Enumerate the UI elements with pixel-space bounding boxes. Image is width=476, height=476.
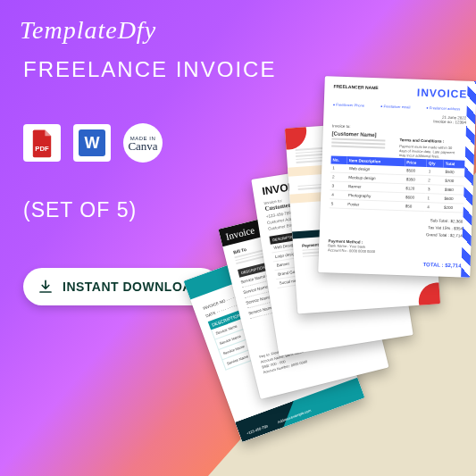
set-count: (SET OF 5) [23, 198, 137, 222]
template-preview-5: FREELANCER NAME INVOICE ● Freelancer Pho… [318, 76, 476, 278]
format-icons: PDF W MADE IN Canva [23, 123, 163, 163]
word-icon: W [73, 124, 111, 162]
svg-text:PDF: PDF [35, 145, 49, 153]
page-title: FREELANCE INVOICE [23, 57, 276, 82]
download-icon [38, 279, 54, 295]
promo-card: TemplateDfy FREELANCE INVOICE PDF W MADE… [0, 0, 476, 476]
brand-logo: TemplateDfy [20, 16, 156, 45]
pdf-icon: PDF [23, 124, 61, 162]
canva-icon: MADE IN Canva [123, 123, 163, 163]
download-label: INSTANT DOWNLOAD [63, 280, 202, 294]
